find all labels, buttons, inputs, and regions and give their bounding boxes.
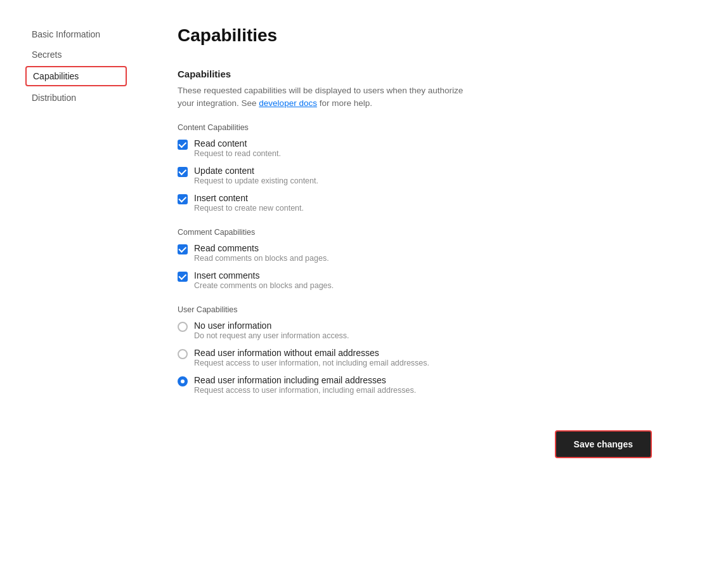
radio-no-user-info-icon[interactable] <box>178 322 188 332</box>
checkbox-read-content-icon[interactable] <box>178 140 188 150</box>
content-capabilities-label: Content Capabilities <box>178 123 690 132</box>
radio-read-user-with-email-wrap[interactable] <box>178 376 188 386</box>
capability-insert-content: Insert content Request to create new con… <box>178 193 690 213</box>
capability-read-comments: Read comments Read comments on blocks an… <box>178 243 690 263</box>
insert-content-title: Insert content <box>194 193 304 203</box>
insert-content-desc: Request to create new content. <box>194 204 304 213</box>
capability-update-content: Update content Request to update existin… <box>178 166 690 185</box>
page-title: Capabilities <box>178 25 690 46</box>
description-text-2: for more help. <box>317 98 372 108</box>
insert-comments-title: Insert comments <box>194 270 334 280</box>
radio-read-user-no-email: Read user information without email addr… <box>178 348 690 367</box>
capabilities-section: Capabilities These requested capabilitie… <box>178 69 690 395</box>
update-content-title: Update content <box>194 166 318 176</box>
radio-read-user-no-email-icon[interactable] <box>178 349 188 359</box>
checkbox-insert-comments-icon[interactable] <box>178 272 188 282</box>
no-user-info-desc: Do not request any user information acce… <box>194 331 349 340</box>
read-user-no-email-desc: Request access to user information, not … <box>194 359 429 367</box>
main-content: Capabilities Capabilities These requeste… <box>140 0 728 561</box>
read-comments-title: Read comments <box>194 243 329 253</box>
capability-insert-comments: Insert comments Create comments on block… <box>178 270 690 290</box>
user-capabilities-label: User Capabilities <box>178 305 690 314</box>
capabilities-heading: Capabilities <box>178 69 690 79</box>
insert-comments-desc: Create comments on blocks and pages. <box>194 281 334 290</box>
user-capabilities-group: User Capabilities No user information Do… <box>178 305 690 395</box>
update-content-desc: Request to update existing content. <box>194 176 318 185</box>
radio-read-user-with-email: Read user information including email ad… <box>178 375 690 395</box>
checkbox-insert-content-icon[interactable] <box>178 194 188 204</box>
save-changes-button[interactable]: Save changes <box>555 430 652 458</box>
content-capabilities-group: Content Capabilities Read content Reques… <box>178 123 690 213</box>
read-user-with-email-desc: Request access to user information, incl… <box>194 386 416 395</box>
capabilities-description: These requested capabilities will be dis… <box>178 84 469 110</box>
checkbox-update-content-icon[interactable] <box>178 167 188 177</box>
sidebar-item-capabilities[interactable]: Capabilities <box>25 66 127 86</box>
checkbox-insert-comments[interactable] <box>178 272 188 282</box>
read-user-no-email-title: Read user information without email addr… <box>194 348 429 358</box>
checkbox-insert-content[interactable] <box>178 194 188 204</box>
developer-docs-link[interactable]: developer docs <box>259 98 317 108</box>
sidebar: Basic Information Secrets Capabilities D… <box>0 0 140 561</box>
radio-no-user-info-wrap[interactable] <box>178 322 188 332</box>
radio-read-user-no-email-wrap[interactable] <box>178 349 188 359</box>
capability-read-content: Read content Request to read content. <box>178 138 690 158</box>
sidebar-item-basic-information[interactable]: Basic Information <box>25 25 127 43</box>
sidebar-item-secrets[interactable]: Secrets <box>25 46 127 63</box>
comment-capabilities-group: Comment Capabilities Read comments Read … <box>178 228 690 290</box>
checkbox-read-content[interactable] <box>178 140 188 150</box>
sidebar-item-distribution[interactable]: Distribution <box>25 89 127 107</box>
read-content-desc: Request to read content. <box>194 149 281 158</box>
read-user-with-email-title: Read user information including email ad… <box>194 375 416 385</box>
checkbox-read-comments-icon[interactable] <box>178 244 188 254</box>
comment-capabilities-label: Comment Capabilities <box>178 228 690 237</box>
radio-no-user-info: No user information Do not request any u… <box>178 320 690 340</box>
checkbox-read-comments[interactable] <box>178 244 188 254</box>
read-comments-desc: Read comments on blocks and pages. <box>194 254 329 263</box>
radio-read-user-with-email-icon[interactable] <box>178 376 188 386</box>
no-user-info-title: No user information <box>194 320 349 331</box>
checkbox-update-content[interactable] <box>178 167 188 177</box>
read-content-title: Read content <box>194 138 281 148</box>
footer-bar: Save changes <box>178 415 690 484</box>
